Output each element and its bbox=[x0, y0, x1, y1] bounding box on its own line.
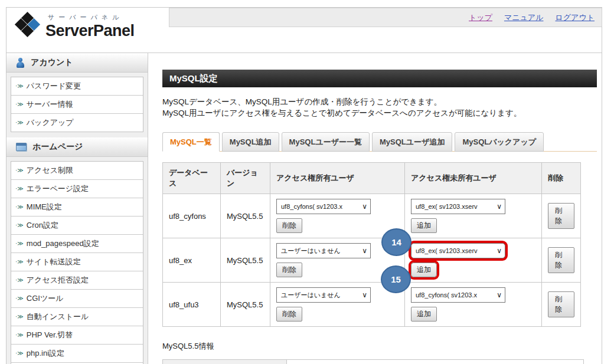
sidebar-item-label: アクセス拒否設定 bbox=[27, 275, 89, 286]
page-description: MySQLデータベース、MySQL用ユーザの作成・削除を行うことができます。 M… bbox=[162, 96, 597, 119]
add-user-button-highlighted[interactable]: 追加 bbox=[411, 263, 437, 277]
db-version-cell: MySQL5.5 bbox=[221, 194, 270, 238]
tab-mysql-user-list[interactable]: MySQLユーザー一覧 bbox=[282, 132, 370, 152]
tab-mysql-backup[interactable]: MySQLバックアップ bbox=[455, 132, 544, 152]
item-arrow-icon: ·≫ bbox=[15, 277, 24, 283]
add-user-button[interactable]: 追加 bbox=[411, 218, 437, 233]
remove-user-button[interactable]: 削除 bbox=[276, 307, 302, 322]
sidebar-item-server-info[interactable]: ·≫ サーバー情報 bbox=[11, 96, 143, 114]
table-row: uf8_cyfons MySQL5.5 uf8_cyfons( sv1203.x… bbox=[163, 194, 581, 238]
sidebar-item-backup[interactable]: ·≫ バックアップ bbox=[11, 114, 143, 132]
remove-user-button[interactable]: 削除 bbox=[276, 218, 302, 233]
sidebar-item-mod-pagespeed[interactable]: ·≫ mod_pagespeed設定 bbox=[11, 235, 143, 253]
sidebar-item-mime[interactable]: ·≫ MIME設定 bbox=[11, 198, 143, 217]
tab-mysql-add[interactable]: MySQL追加 bbox=[222, 132, 279, 152]
sidebar-item-label: php.ini設定 bbox=[27, 348, 64, 359]
header-owned-user: アクセス権所有ユーザ bbox=[270, 163, 405, 194]
owned-user-select[interactable]: ユーザーはいません ∨ bbox=[276, 243, 371, 258]
item-arrow-icon: ·≫ bbox=[15, 186, 24, 192]
db-version-cell: MySQL5.5 bbox=[221, 238, 270, 283]
sidebar-item-label: mod_pagespeed設定 bbox=[27, 238, 99, 249]
header-unowned-user: アクセス権未所有ユーザ bbox=[405, 163, 542, 194]
sidebar-item-access-deny[interactable]: ·≫ アクセス拒否設定 bbox=[11, 271, 143, 290]
top-nav-bar: トップ マニュアル ログアウト bbox=[169, 8, 602, 27]
unowned-user-select-highlighted[interactable]: uf8_ex( sv1203.xserv ∨ bbox=[411, 243, 505, 258]
table-header-row: データベース バージョン アクセス権所有ユーザ アクセス権未所有ユーザ 削除 bbox=[163, 163, 581, 194]
tab-mysql-list[interactable]: MySQL一覧 bbox=[162, 132, 220, 152]
delete-db-cell: 削除 bbox=[542, 238, 581, 283]
sidebar-item-label: バックアップ bbox=[27, 117, 74, 128]
delete-database-button[interactable]: 削除 bbox=[548, 247, 574, 273]
account-icon bbox=[16, 58, 25, 68]
sidebar-item-php-ver[interactable]: ·≫ PHP Ver.切替 bbox=[11, 326, 143, 345]
server-panel-window: サーバーパネル ServerPanel トップ マニュアル ログアウト アカウン… bbox=[6, 7, 602, 364]
sidebar-item-cgi-tools[interactable]: ·≫ CGIツール bbox=[11, 290, 143, 308]
sidebar-item-label: サーバー情報 bbox=[27, 99, 73, 110]
delete-database-button[interactable]: 削除 bbox=[548, 203, 574, 229]
sidebar-item-auto-install[interactable]: ·≫ 自動インストール bbox=[11, 308, 143, 326]
item-arrow-icon: ·≫ bbox=[15, 241, 24, 247]
nav-link-manual[interactable]: マニュアル bbox=[504, 12, 544, 23]
logo-kana-text: サーバーパネル bbox=[48, 13, 135, 22]
description-line-1: MySQLデータベース、MySQL用ユーザの作成・削除を行うことができます。 bbox=[162, 96, 597, 107]
mysql-version-label: MySQL5.5 バージョン bbox=[163, 360, 287, 364]
owned-user-select[interactable]: uf8_cyfons( sv1203.x ∨ bbox=[276, 199, 371, 214]
item-arrow-icon: ·≫ bbox=[15, 120, 24, 126]
top-header: サーバーパネル ServerPanel トップ マニュアル ログアウト bbox=[6, 8, 602, 53]
unowned-user-cell: uf8_cyfons( sv1203.x ∨ 追加 bbox=[405, 283, 542, 327]
table-row: uf8_ufu3 MySQL5.5 ユーザーはいません ∨ 削除 uf8_cyf… bbox=[163, 283, 581, 327]
delete-db-cell: 削除 bbox=[542, 283, 581, 327]
unowned-user-select[interactable]: uf8_cyfons( sv1203.x ∨ bbox=[411, 287, 505, 303]
db-name-cell: uf8_ufu3 bbox=[163, 283, 221, 327]
logo-name-text: ServerPanel bbox=[45, 22, 135, 40]
sidebar: アカウント ·≫ パスワード変更 ·≫ サーバー情報 ·≫ バックアップ ホーム bbox=[6, 53, 148, 364]
add-user-button[interactable]: 追加 bbox=[411, 307, 437, 322]
delete-database-button[interactable]: 削除 bbox=[548, 291, 574, 317]
db-name-cell: uf8_ex bbox=[163, 238, 221, 283]
chevron-down-icon: ∨ bbox=[497, 247, 502, 255]
sidebar-item-label: MIME設定 bbox=[27, 202, 62, 212]
sidebar-item-label: サイト転送設定 bbox=[27, 257, 81, 267]
nav-link-top[interactable]: トップ bbox=[469, 12, 492, 23]
tab-mysql-user-add[interactable]: MySQLユーザ追加 bbox=[372, 132, 452, 152]
tab-bar: MySQL一覧 MySQL追加 MySQLユーザー一覧 MySQLユーザ追加 M… bbox=[162, 132, 597, 152]
item-arrow-icon: ·≫ bbox=[15, 83, 24, 89]
main-content: MySQL設定 MySQLデータベース、MySQL用ユーザの作成・削除を行うこと… bbox=[148, 53, 602, 364]
sidebar-item-access-limit[interactable]: ·≫ アクセス制限 bbox=[11, 162, 143, 180]
sidebar-item-cron[interactable]: ·≫ Cron設定 bbox=[11, 217, 143, 235]
sidebar-item-label: パスワード変更 bbox=[27, 81, 81, 91]
unowned-user-cell: uf8_ex( sv1203.xserv ∨ 追加 bbox=[405, 238, 542, 283]
sidebar-item-php-ini[interactable]: ·≫ php.ini設定 bbox=[11, 345, 143, 363]
owned-user-cell: uf8_cyfons( sv1203.x ∨ 削除 bbox=[270, 194, 405, 238]
item-arrow-icon: ·≫ bbox=[15, 332, 24, 338]
item-arrow-icon: ·≫ bbox=[15, 259, 24, 265]
database-table: データベース バージョン アクセス権所有ユーザ アクセス権未所有ユーザ 削除 u… bbox=[162, 162, 581, 327]
owned-user-select[interactable]: ユーザーはいません ∨ bbox=[276, 287, 371, 303]
unowned-user-select[interactable]: uf8_ex( sv1203.xserv ∨ bbox=[411, 199, 505, 214]
homepage-icon bbox=[16, 143, 27, 151]
server-panel-logo: サーバーパネル ServerPanel bbox=[15, 12, 135, 40]
database-table-wrap: データベース バージョン アクセス権所有ユーザ アクセス権未所有ユーザ 削除 u… bbox=[162, 162, 597, 327]
nav-link-logout[interactable]: ログアウト bbox=[555, 12, 595, 23]
remove-user-button[interactable]: 削除 bbox=[276, 263, 302, 277]
sidebar-item-password-change[interactable]: ·≫ パスワード変更 bbox=[11, 77, 143, 96]
header-database: データベース bbox=[163, 163, 221, 194]
sidebar-homepage-list: ·≫ アクセス制限 ·≫ エラーページ設定 ·≫ MIME設定 ·≫ Cron設… bbox=[11, 161, 143, 364]
sidebar-item-label: PHP Ver.切替 bbox=[27, 330, 73, 340]
header-delete: 削除 bbox=[542, 163, 581, 194]
sidebar-item-site-transfer[interactable]: ·≫ サイト転送設定 bbox=[11, 253, 143, 271]
sidebar-account-list: ·≫ パスワード変更 ·≫ サーバー情報 ·≫ バックアップ bbox=[11, 77, 143, 132]
sidebar-item-label: エラーページ設定 bbox=[27, 183, 89, 194]
mysql-info-table: MySQL5.5 バージョン 5.5 bbox=[162, 359, 584, 364]
item-arrow-icon: ·≫ bbox=[15, 101, 24, 107]
chevron-down-icon: ∨ bbox=[362, 247, 367, 255]
item-arrow-icon: ·≫ bbox=[15, 296, 24, 301]
description-line-2: MySQL用ユーザにアクセス権を与えることで初めてデータベースへのアクセスが可能… bbox=[162, 107, 597, 119]
item-arrow-icon: ·≫ bbox=[15, 168, 24, 173]
table-row: MySQL5.5 バージョン 5.5 bbox=[163, 360, 584, 364]
header-version: バージョン bbox=[221, 163, 270, 194]
annotation-step-15: 15 bbox=[381, 265, 411, 293]
sidebar-section-account: アカウント bbox=[6, 53, 148, 73]
delete-db-cell: 削除 bbox=[542, 194, 581, 238]
sidebar-item-error-page[interactable]: ·≫ エラーページ設定 bbox=[11, 180, 143, 198]
